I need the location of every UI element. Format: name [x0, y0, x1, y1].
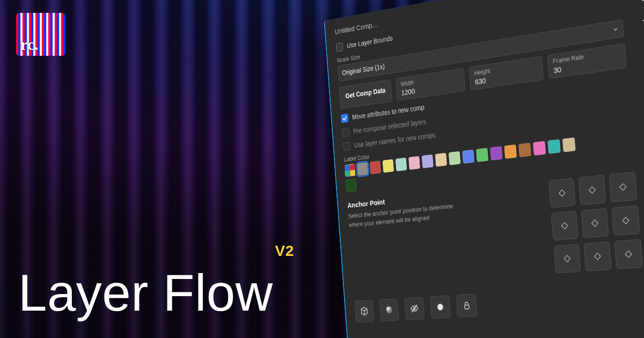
anchor-point-tl[interactable]	[548, 178, 576, 208]
diamond-icon	[623, 217, 630, 224]
diamond-icon	[594, 253, 601, 260]
anchor-point-mr[interactable]	[611, 205, 640, 236]
label-color-swatch-teal[interactable]	[547, 139, 560, 153]
label-color-swatch-brown[interactable]	[518, 143, 531, 157]
anchor-point-br[interactable]	[614, 239, 643, 269]
anchor-point-ml[interactable]	[551, 211, 579, 241]
product-version: V2	[275, 243, 294, 259]
svg-rect-5	[465, 305, 470, 309]
use-layer-bounds-label: Use Layer Bounds	[347, 34, 393, 50]
label-color-swatch-sand[interactable]	[562, 137, 576, 152]
diamond-icon	[620, 183, 627, 191]
bottom-toolbar	[354, 283, 644, 322]
anchor-point-tc[interactable]	[578, 175, 606, 205]
label-color-swatch-orange[interactable]	[504, 144, 517, 159]
product-name: Layer Flow	[18, 264, 273, 321]
anchor-point-bc[interactable]	[583, 241, 611, 271]
brand-logo-text: rc.	[20, 36, 39, 53]
bounds-icon[interactable]	[642, 37, 644, 54]
sphere-icon[interactable]	[379, 298, 399, 321]
anchor-point-mc[interactable]	[581, 208, 609, 238]
precompose-label: Pre-compose selected layers	[353, 117, 426, 135]
label-color-swatch-green[interactable]	[476, 148, 488, 162]
label-color-swatch-fuchs[interactable]	[533, 141, 546, 156]
diamond-icon	[591, 219, 598, 227]
label-color-swatch-multi[interactable]	[345, 164, 356, 177]
get-comp-data-button[interactable]: Get Comp Data	[339, 79, 392, 109]
label-color-swatch-red[interactable]	[370, 161, 381, 174]
frame-rate-field[interactable]: Frame Rate 30	[547, 43, 627, 79]
side-toolstrip	[632, 0, 644, 54]
scale-size-value: Original Size (1x)	[342, 62, 385, 77]
align-icon[interactable]	[638, 0, 644, 5]
label-color-swatch-peach[interactable]	[435, 153, 447, 167]
circle-icon[interactable]	[430, 295, 451, 319]
label-color-swatch-grey[interactable]	[357, 162, 368, 175]
visibility-off-icon[interactable]	[404, 297, 425, 320]
star-icon[interactable]	[640, 13, 644, 30]
width-field[interactable]: Width 1200	[396, 68, 465, 101]
lock-icon[interactable]	[456, 293, 478, 317]
cube-icon[interactable]	[354, 300, 374, 322]
label-color-swatch-aqua[interactable]	[396, 158, 407, 171]
product-title: Layer FlowV2	[18, 267, 292, 319]
diamond-icon	[564, 255, 570, 262]
label-color-swatch-yellow[interactable]	[383, 159, 394, 173]
diamond-icon	[625, 251, 632, 258]
svg-point-4	[437, 304, 443, 311]
label-color-swatch-lav[interactable]	[422, 155, 434, 168]
svg-point-2	[386, 306, 392, 314]
anchor-point-bl[interactable]	[554, 244, 581, 273]
diamond-icon	[589, 186, 596, 194]
label-color-swatch-mint[interactable]	[449, 151, 460, 165]
settings-panel: Untitled Comp… Use Layer Bounds Scale Si…	[324, 0, 644, 338]
label-color-swatch-pink[interactable]	[408, 156, 420, 170]
anchor-point-tr[interactable]	[609, 172, 637, 203]
label-color-swatch-purple[interactable]	[490, 146, 502, 160]
diamond-icon	[559, 189, 565, 196]
label-color-swatch-dkgrn[interactable]	[346, 179, 357, 192]
height-field[interactable]: Height 630	[469, 56, 544, 90]
label-color-swatch-blue[interactable]	[462, 150, 474, 164]
diamond-icon	[561, 222, 568, 230]
brand-logo: rc.	[16, 13, 65, 56]
anchor-point-grid	[548, 172, 643, 274]
chevron-down-icon	[612, 25, 619, 34]
